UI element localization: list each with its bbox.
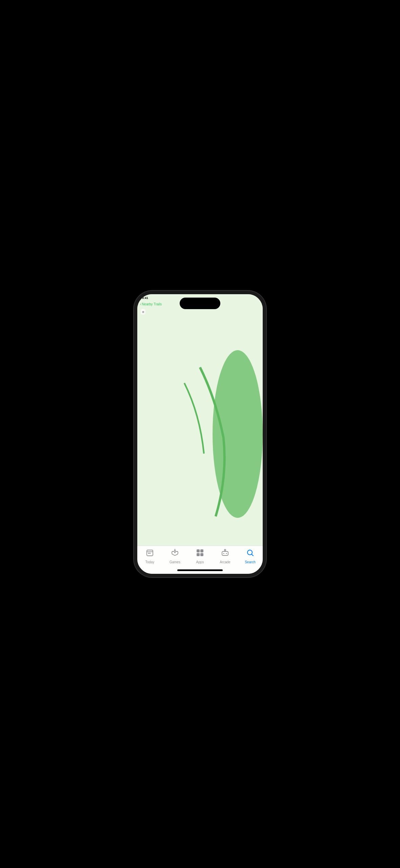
tab-arcade[interactable]: Arcade	[213, 549, 238, 564]
tab-search[interactable]: Search	[238, 549, 263, 564]
apps-icon	[196, 549, 204, 559]
svg-rect-29	[200, 553, 203, 556]
svg-rect-26	[197, 549, 200, 552]
svg-rect-23	[148, 553, 149, 554]
scroll-area[interactable]: ‹ Nature Lab	[137, 311, 263, 552]
arcade-icon	[221, 549, 229, 559]
games-icon	[171, 549, 179, 559]
tab-games[interactable]: Games	[162, 549, 187, 564]
today-icon	[146, 549, 154, 559]
tab-apps[interactable]: Apps	[187, 549, 213, 564]
svg-rect-27	[200, 549, 203, 552]
svg-point-34	[226, 553, 227, 554]
tab-today[interactable]: Today	[137, 549, 162, 564]
svg-point-33	[223, 553, 224, 554]
tab-games-label: Games	[169, 560, 180, 564]
svg-line-36	[252, 554, 254, 556]
dynamic-island	[180, 298, 220, 309]
svg-rect-28	[197, 553, 200, 556]
search-icon	[246, 549, 254, 559]
svg-point-25	[174, 552, 176, 553]
preview-section: Preview	[137, 484, 263, 552]
svg-rect-24	[149, 553, 151, 554]
phone-frame: 9:41 𝛀 ‹ Nature Lab	[134, 291, 266, 577]
svg-rect-30	[222, 551, 228, 555]
tab-arcade-label: Arcade	[220, 560, 231, 564]
nearby-trails-map	[200, 502, 255, 552]
home-indicator	[177, 569, 223, 571]
preview-images: 9:41 ≡ ⊕ Rhus Ridge Rd 🚶	[137, 502, 263, 552]
svg-point-31	[224, 549, 226, 551]
tab-today-label: Today	[145, 560, 155, 564]
tab-apps-label: Apps	[196, 560, 204, 564]
tab-search-label: Search	[245, 560, 256, 564]
preview-image-2: 9:41 ‹ Nearby Trails ≡	[200, 502, 255, 552]
